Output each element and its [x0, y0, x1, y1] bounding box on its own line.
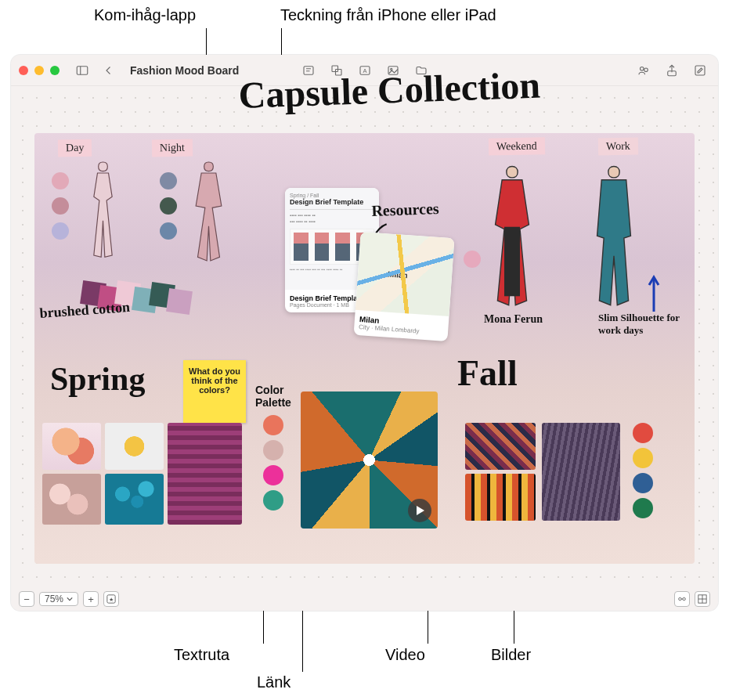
handwriting-note: brushed cotton — [39, 299, 131, 322]
image-thumb[interactable] — [105, 423, 164, 470]
play-icon[interactable] — [408, 499, 431, 522]
handwriting-note: Mona Ferun — [484, 313, 543, 326]
link-eyebrow: Spring / Fall — [290, 193, 374, 198]
zoom-in-button[interactable]: + — [83, 591, 99, 607]
fashion-sketch — [81, 157, 125, 266]
sticky-note[interactable]: What do you think of the colors? — [183, 360, 246, 423]
compose-button[interactable] — [690, 60, 710, 81]
close-button[interactable] — [19, 66, 28, 75]
svg-rect-14 — [695, 66, 705, 75]
callout-sketch-label: Teckning från iPhone eller iPad — [280, 6, 496, 24]
traffic-lights — [19, 66, 60, 75]
fashion-sketch — [583, 160, 645, 316]
tape-day: Day — [58, 139, 92, 157]
palette-dot — [633, 473, 653, 493]
palette-dot — [263, 465, 283, 485]
handwriting-title: Capsule Collection — [238, 68, 541, 113]
board-canvas[interactable]: Capsule Collection Day Night brushed cot… — [34, 133, 695, 564]
svg-rect-0 — [77, 66, 88, 74]
handwriting-resources: Resources — [371, 200, 439, 220]
svg-point-18 — [679, 597, 681, 600]
image-thumb[interactable] — [168, 423, 242, 525]
svg-text:★: ★ — [109, 597, 114, 602]
map-pin-label: Milan — [388, 270, 408, 280]
palette-dot — [633, 423, 653, 443]
textbox-color-palette[interactable]: Color Palette — [255, 384, 302, 409]
palette-column — [263, 415, 283, 515]
palette-dot — [633, 498, 653, 518]
callout-images-label: Bilder — [491, 646, 531, 664]
app-window: Fashion Mood Board A Capsule Collection … — [11, 55, 718, 611]
color-swatch — [464, 251, 481, 268]
zoom-fit-button[interactable]: ★ — [103, 591, 119, 607]
video-tile[interactable] — [301, 391, 438, 529]
arrow-icon — [645, 274, 662, 313]
image-thumb[interactable] — [105, 474, 164, 525]
color-swatch — [52, 222, 69, 240]
handwriting-season: Fall — [457, 352, 518, 394]
image-thumb[interactable] — [542, 423, 620, 521]
tape-night: Night — [152, 139, 193, 157]
zoom-value: 75% — [45, 594, 63, 604]
link-heading: Design Brief Template — [290, 198, 374, 206]
map-link-card[interactable]: Milan Milan City · Milan Lombardy — [354, 232, 455, 341]
statusbar: − 75% + ★ — [11, 587, 718, 611]
right-toolbar — [633, 60, 710, 81]
board-title: Fashion Mood Board — [130, 64, 239, 77]
image-thumb[interactable] — [465, 423, 536, 470]
svg-rect-15 — [504, 227, 520, 297]
callout-video-label: Video — [385, 646, 425, 664]
color-swatch — [160, 172, 177, 189]
minimize-button[interactable] — [34, 66, 44, 75]
chevron-down-icon — [67, 596, 73, 602]
svg-point-11 — [641, 67, 644, 70]
image-thumb[interactable] — [42, 474, 101, 525]
image-thumb[interactable] — [42, 423, 101, 470]
handwriting-season: Spring — [50, 360, 145, 398]
fashion-sketch — [187, 157, 230, 266]
back-button[interactable] — [99, 60, 119, 81]
color-swatch — [52, 197, 69, 215]
fashion-sketch — [481, 160, 543, 316]
collaborate-button[interactable] — [633, 60, 654, 81]
tape-work: Work — [598, 138, 638, 156]
palette-column — [633, 423, 653, 523]
palette-dot — [263, 440, 283, 460]
callout-sticky-label: Kom-ihåg-lapp — [94, 6, 196, 24]
zoom-dropdown[interactable]: 75% — [39, 592, 78, 606]
svg-point-12 — [644, 68, 648, 72]
color-swatch — [52, 172, 69, 189]
color-swatch — [160, 197, 177, 215]
tape-weekend: Weekend — [489, 137, 545, 155]
callout-link-label: Länk — [257, 673, 291, 691]
palette-dot — [633, 448, 653, 468]
svg-point-19 — [683, 597, 685, 600]
zoom-out-button[interactable]: − — [19, 591, 34, 607]
handwriting-note: Slim Silhouette for work days — [598, 312, 684, 337]
navigator-button[interactable] — [674, 591, 690, 607]
grid-toggle-button[interactable] — [695, 591, 710, 607]
image-thumb[interactable] — [465, 474, 536, 521]
palette-dot — [263, 415, 283, 435]
maximize-button[interactable] — [50, 66, 60, 75]
palette-dot — [263, 490, 283, 511]
callout-textbox-label: Textruta — [174, 646, 229, 664]
color-swatch — [160, 222, 177, 240]
sidebar-toggle-button[interactable] — [72, 60, 92, 81]
share-button[interactable] — [662, 60, 682, 81]
